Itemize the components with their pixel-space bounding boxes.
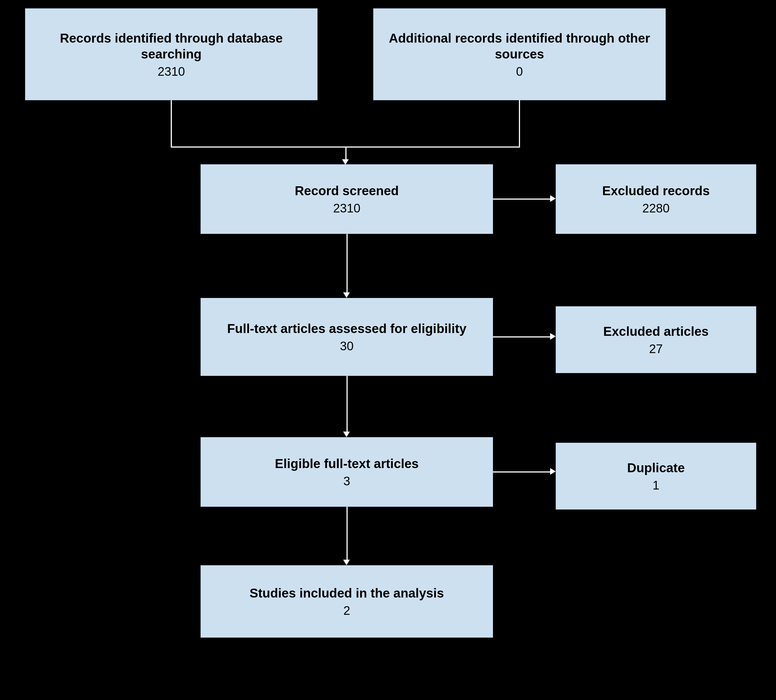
arrow-to-duplicate (493, 472, 554, 473)
arrowhead-to-fulltext (343, 292, 350, 298)
arrowhead-to-excluded-articles (550, 333, 556, 340)
arrowhead-to-duplicate (550, 468, 556, 475)
fulltext-value: 30 (340, 339, 354, 353)
arrow-to-excluded-articles (493, 337, 554, 337)
other-sources-title: Additional records identified through ot… (379, 30, 660, 62)
arrow-screened-to-fulltext (347, 234, 348, 295)
excluded-articles-box: Excluded articles 27 (556, 306, 756, 373)
arrowhead-to-screened (342, 159, 349, 165)
eligible-title: Eligible full-text articles (275, 456, 419, 472)
arrowhead-to-excluded-records (550, 195, 556, 202)
excluded-records-value: 2280 (642, 201, 669, 215)
excluded-articles-value: 27 (649, 342, 663, 356)
fulltext-title: Full-text articles assessed for eligibil… (227, 321, 467, 337)
eligible-value: 3 (344, 474, 350, 488)
duplicate-box: Duplicate 1 (556, 443, 756, 510)
prisma-flow: Records identified through database sear… (0, 0, 776, 700)
fulltext-box: Full-text articles assessed for eligibil… (200, 298, 493, 376)
excluded-articles-title: Excluded articles (603, 323, 709, 340)
db-search-box: Records identified through database sear… (25, 8, 317, 100)
screened-box: Record screened 2310 (200, 164, 493, 234)
arrowhead-to-studies (343, 560, 350, 565)
screened-title: Record screened (295, 183, 399, 199)
db-search-value: 2310 (158, 65, 185, 78)
other-sources-box: Additional records identified through ot… (373, 8, 666, 100)
excluded-records-box: Excluded records 2280 (556, 164, 756, 234)
arrow-db-down (171, 100, 172, 148)
arrow-eligible-to-studies (347, 507, 348, 562)
arrowhead-to-eligible (343, 432, 350, 437)
arrow-fulltext-to-eligible (347, 376, 348, 434)
studies-value: 2 (344, 604, 350, 618)
eligible-box: Eligible full-text articles 3 (200, 437, 493, 507)
screened-value: 2310 (333, 201, 360, 215)
duplicate-value: 1 (653, 478, 659, 492)
duplicate-title: Duplicate (627, 460, 685, 476)
excluded-records-title: Excluded records (602, 183, 710, 199)
arrow-other-down (519, 100, 520, 148)
studies-title: Studies included in the analysis (250, 585, 444, 602)
studies-box: Studies included in the analysis 2 (200, 565, 493, 638)
other-sources-value: 0 (516, 65, 523, 78)
db-search-title: Records identified through database sear… (31, 30, 312, 62)
arrow-to-excluded-records (493, 198, 554, 200)
